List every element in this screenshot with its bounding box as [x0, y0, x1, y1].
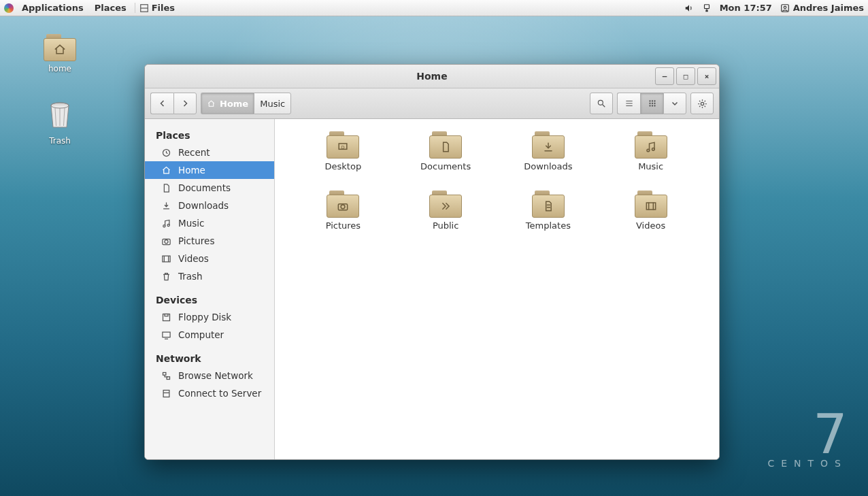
svg-point-19 — [654, 100, 655, 101]
sidebar-header-devices: Devices — [145, 292, 274, 308]
places-menu[interactable]: Places — [89, 3, 132, 13]
view-grid-button[interactable] — [640, 93, 663, 114]
floppy-icon — [161, 312, 171, 323]
folder-label: Documents — [420, 161, 471, 171]
camera-icon — [336, 199, 350, 213]
network-icon[interactable] — [702, 3, 712, 14]
document-icon — [161, 183, 171, 193]
desktop-icon-home-label: home — [33, 64, 87, 73]
folder-label: Public — [433, 220, 458, 231]
window-maximize-button[interactable]: □ — [676, 67, 695, 85]
folder-public[interactable]: Public — [398, 191, 494, 231]
settings-button[interactable] — [690, 93, 714, 114]
sidebar-item-connect-server[interactable]: Connect to Server — [145, 384, 274, 402]
sidebar-item-computer[interactable]: Computer — [145, 326, 274, 344]
sidebar-item-pictures[interactable]: Pictures — [145, 232, 274, 250]
path-segment-music[interactable]: Music — [254, 93, 291, 114]
view-dropdown-button[interactable] — [663, 93, 686, 114]
folder-templates[interactable]: Templates — [501, 191, 597, 231]
template-icon — [541, 199, 555, 213]
sidebar-item-label: Videos — [178, 253, 209, 264]
computer-icon — [161, 330, 171, 340]
trash-icon — [44, 99, 76, 131]
svg-point-46 — [652, 148, 654, 151]
svg-point-22 — [654, 103, 655, 104]
os-watermark: 7 CENTOS — [767, 416, 848, 469]
svg-rect-51 — [646, 203, 655, 210]
sidebar-item-recent[interactable]: Recent — [145, 144, 274, 161]
window-minimize-button[interactable]: — — [655, 67, 674, 85]
top-panel: Applications Places Files Mon 17:57 Andr… — [0, 0, 868, 16]
folder-label: Pictures — [326, 220, 361, 231]
view-list-button[interactable] — [617, 93, 640, 114]
svg-rect-37 — [163, 332, 170, 337]
folder-desktop[interactable]: D Desktop — [295, 131, 391, 171]
svg-point-45 — [647, 149, 650, 152]
sidebar-item-label: Trash — [178, 271, 203, 282]
server-icon — [161, 388, 171, 399]
desktop-icon-trash-label: Trash — [33, 136, 87, 146]
nav-back-button[interactable] — [150, 93, 173, 114]
svg-text:D: D — [341, 145, 345, 150]
sidebar-item-label: Computer — [178, 329, 224, 340]
sidebar-header-places: Places — [145, 127, 274, 144]
music-icon — [644, 140, 658, 154]
sidebar-item-label: Recent — [178, 147, 210, 158]
folder-label: Templates — [526, 220, 571, 231]
svg-point-48 — [341, 205, 345, 209]
svg-point-20 — [649, 103, 650, 104]
sidebar-item-floppy[interactable]: Floppy Disk — [145, 308, 274, 326]
path-segment-home[interactable]: Home — [201, 93, 254, 114]
folder-music[interactable]: Music — [603, 131, 699, 171]
sidebar-item-home[interactable]: Home — [145, 161, 274, 179]
clock[interactable]: Mon 17:57 — [720, 3, 772, 13]
chevron-down-icon — [671, 99, 679, 108]
window-close-button[interactable]: × — [697, 67, 716, 85]
window-title: Home — [416, 71, 447, 82]
path-segment-music-label: Music — [260, 99, 285, 109]
folder-label: Videos — [636, 220, 665, 231]
folder-pictures[interactable]: Pictures — [295, 191, 391, 231]
sidebar-item-downloads[interactable]: Downloads — [145, 197, 274, 214]
document-icon — [439, 140, 452, 154]
sidebar-item-documents[interactable]: Documents — [145, 179, 274, 197]
chevron-left-icon — [158, 99, 167, 108]
sidebar-item-videos[interactable]: Videos — [145, 250, 274, 267]
folder-downloads[interactable]: Downloads — [501, 131, 597, 171]
svg-rect-3 — [705, 10, 708, 12]
svg-rect-41 — [163, 390, 169, 397]
video-icon — [644, 199, 658, 213]
user-name: Andres Jaimes — [793, 3, 864, 13]
sidebar-header-network: Network — [145, 350, 274, 367]
folder-documents[interactable]: Documents — [398, 131, 494, 171]
download-icon — [541, 140, 555, 154]
toolbar: Home Music — [145, 88, 719, 119]
file-manager-window: Home — □ × Home — [144, 64, 720, 460]
sidebar-item-trash[interactable]: Trash — [145, 267, 274, 285]
volume-icon[interactable] — [684, 3, 694, 14]
sidebar-item-label: Music — [178, 218, 204, 229]
svg-rect-36 — [165, 314, 168, 316]
applications-menu[interactable]: Applications — [16, 3, 89, 13]
window-titlebar[interactable]: Home — □ × — [145, 65, 719, 88]
music-icon — [161, 218, 171, 229]
folder-label: Desktop — [325, 161, 362, 171]
nav-forward-button[interactable] — [173, 93, 197, 114]
svg-point-18 — [651, 100, 652, 101]
sidebar-item-label: Downloads — [178, 200, 229, 211]
folder-videos[interactable]: Videos — [603, 191, 699, 231]
taskbar-files-label: Files — [152, 3, 175, 13]
home-icon — [161, 165, 171, 176]
desktop-icon-home[interactable]: home — [33, 34, 87, 73]
svg-rect-32 — [163, 256, 170, 262]
sidebar-item-music[interactable]: Music — [145, 214, 274, 232]
trash-icon — [161, 271, 171, 282]
sidebar-item-label: Connect to Server — [178, 388, 261, 399]
desktop-icon-trash[interactable]: Trash — [33, 99, 87, 146]
sidebar-item-browse-network[interactable]: Browse Network — [145, 367, 274, 384]
user-menu[interactable]: Andres Jaimes — [780, 3, 864, 13]
taskbar-files[interactable]: Files — [135, 3, 179, 13]
user-icon — [780, 3, 790, 13]
search-button[interactable] — [590, 93, 613, 114]
svg-point-31 — [165, 239, 168, 243]
